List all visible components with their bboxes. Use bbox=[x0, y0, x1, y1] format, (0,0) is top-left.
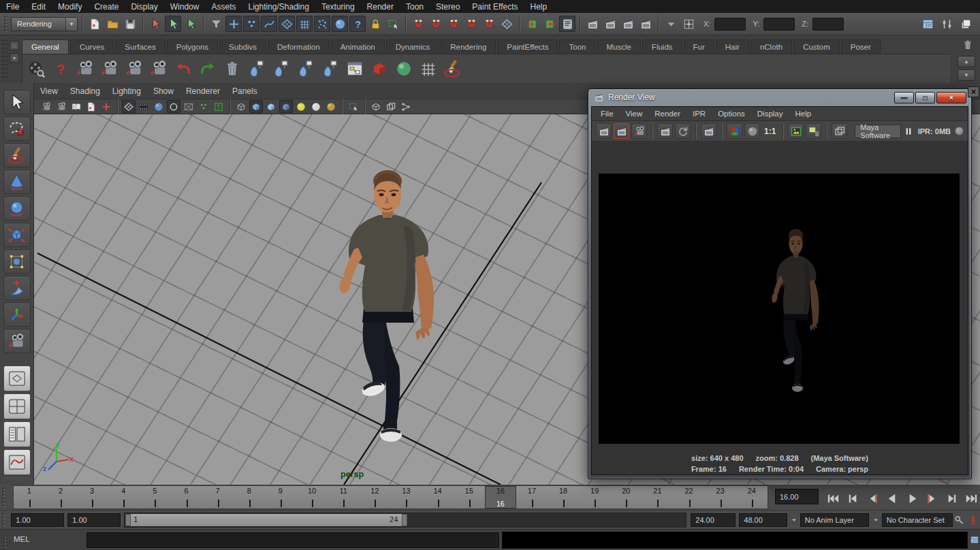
current-time-field[interactable] bbox=[775, 489, 819, 504]
timeline-frame-22[interactable]: 22 bbox=[673, 486, 704, 508]
textured-mode-icon[interactable] bbox=[264, 100, 278, 113]
wireframe-mode-icon[interactable] bbox=[234, 100, 248, 113]
mask-joints-icon[interactable] bbox=[243, 16, 259, 32]
shelf-scroll-down-icon[interactable]: ▼ bbox=[958, 69, 975, 81]
select-camera-icon[interactable] bbox=[39, 100, 53, 113]
new-scene-icon[interactable] bbox=[86, 16, 103, 32]
renderer-dropdown[interactable]: Maya Software bbox=[855, 125, 900, 138]
toolbar-grip[interactable] bbox=[3, 15, 8, 33]
highlight-selection-icon[interactable] bbox=[347, 100, 360, 113]
panel-menu-item[interactable]: Lighting bbox=[106, 86, 147, 96]
lock-selection-icon[interactable] bbox=[367, 16, 383, 32]
playback-start-field[interactable] bbox=[67, 513, 121, 527]
select-object-cube-icon[interactable] bbox=[368, 57, 391, 80]
mask-surfaces-icon[interactable] bbox=[279, 16, 295, 32]
render-view-menu-item[interactable]: Options bbox=[712, 107, 751, 120]
pause-ipr-icon[interactable] bbox=[903, 124, 914, 139]
two-sided-lighting-icon[interactable] bbox=[324, 100, 338, 113]
select-shaded-sphere-icon[interactable] bbox=[392, 57, 415, 80]
range-grip[interactable] bbox=[1, 513, 5, 528]
paint-selection-tool[interactable] bbox=[3, 143, 31, 167]
safe-action-icon[interactable] bbox=[197, 100, 210, 113]
camera-aim-up-icon[interactable] bbox=[123, 57, 146, 80]
layout-four-panes[interactable] bbox=[3, 393, 31, 419]
character-model[interactable] bbox=[331, 167, 443, 447]
timeline-frame-8[interactable]: 8 bbox=[234, 486, 265, 508]
resolution-gate-icon[interactable] bbox=[152, 100, 165, 113]
display-real-size-icon[interactable] bbox=[788, 123, 804, 139]
close-pane-icon[interactable]: × bbox=[968, 86, 979, 97]
render-view-window[interactable]: Render View — □ × FileViewRenderIPROptio… bbox=[588, 88, 972, 479]
timeline-frame-7[interactable]: 7 bbox=[202, 486, 234, 508]
image-plane-icon[interactable] bbox=[84, 100, 98, 113]
show-manipulator-tool[interactable] bbox=[3, 302, 31, 327]
menu-item[interactable]: Assets bbox=[205, 2, 242, 12]
save-scene-icon[interactable] bbox=[122, 16, 138, 32]
universal-manipulator-tool[interactable] bbox=[3, 249, 31, 274]
shelf-tab[interactable]: General bbox=[22, 39, 69, 54]
gate-mask-icon[interactable] bbox=[167, 100, 180, 113]
soft-modification-tool[interactable] bbox=[3, 276, 31, 300]
alpha-channel-icon[interactable] bbox=[744, 123, 760, 139]
timeline-frame-10[interactable]: 10 bbox=[296, 486, 328, 508]
grid-toggle-icon[interactable] bbox=[122, 100, 136, 113]
shelf-tab[interactable]: Muscle bbox=[597, 39, 640, 54]
use-all-lights-icon[interactable] bbox=[279, 100, 293, 113]
remove-image-icon[interactable] bbox=[806, 123, 821, 139]
create-partition-icon[interactable] bbox=[270, 57, 293, 80]
select-tool[interactable] bbox=[3, 90, 31, 114]
render-current-frame-icon[interactable] bbox=[596, 123, 612, 139]
shelf-grip[interactable] bbox=[1, 38, 8, 80]
open-scene-icon[interactable] bbox=[104, 16, 121, 32]
timeline-frame-14[interactable]: 14 bbox=[422, 486, 453, 508]
step-back-key-button[interactable] bbox=[844, 489, 862, 508]
menu-item[interactable]: Edit bbox=[25, 2, 52, 12]
command-result[interactable] bbox=[502, 532, 968, 549]
stereo-camera-icon[interactable] bbox=[147, 57, 170, 80]
timeline-frame-18[interactable]: 18 bbox=[548, 486, 579, 508]
select-lattice-icon[interactable] bbox=[417, 57, 440, 80]
no-lights-icon[interactable] bbox=[309, 100, 323, 113]
shelf-tab[interactable]: Custom bbox=[793, 39, 840, 54]
shelf-tab[interactable]: Dynamics bbox=[386, 39, 439, 54]
x-coord-field[interactable] bbox=[714, 18, 746, 31]
render-settings-icon[interactable] bbox=[637, 16, 654, 32]
output-connections-icon[interactable] bbox=[541, 16, 558, 32]
menu-item[interactable]: Modify bbox=[52, 2, 88, 12]
cluster-icon[interactable] bbox=[319, 57, 342, 80]
menu-item[interactable]: Toon bbox=[400, 2, 430, 12]
mask-rendering-icon[interactable] bbox=[332, 16, 348, 32]
make-live-icon[interactable] bbox=[499, 16, 515, 32]
fcheck-film-reel-icon[interactable] bbox=[25, 57, 48, 80]
timeline-frame-12[interactable]: 12 bbox=[359, 486, 390, 508]
undo-icon[interactable] bbox=[172, 57, 195, 80]
mask-deformations-icon[interactable] bbox=[296, 16, 313, 32]
select-component-icon[interactable] bbox=[183, 16, 199, 32]
safe-title-icon[interactable] bbox=[212, 100, 225, 113]
mask-curves-icon[interactable] bbox=[261, 16, 277, 32]
snap-to-projected-center-icon[interactable] bbox=[463, 16, 479, 32]
ipr-render-icon[interactable] bbox=[620, 16, 636, 32]
menu-item[interactable]: Help bbox=[524, 2, 554, 12]
shelf-tab[interactable]: Surfaces bbox=[115, 39, 165, 54]
range-slider-bar[interactable]: 1 24 bbox=[125, 514, 407, 526]
render-view-menu-item[interactable]: File bbox=[595, 107, 620, 120]
rgb-channels-icon[interactable] bbox=[727, 123, 742, 139]
timeline-frame-9[interactable]: 9 bbox=[265, 486, 296, 508]
shelf-tab[interactable]: Deformation bbox=[268, 39, 330, 54]
y-coord-field[interactable] bbox=[763, 18, 795, 31]
delete-unused-nodes-icon[interactable] bbox=[221, 57, 244, 80]
quick-select-set-icon[interactable] bbox=[294, 57, 317, 80]
shelf-tab[interactable]: PaintEffects bbox=[497, 39, 558, 54]
region-render-icon[interactable] bbox=[701, 123, 716, 139]
timeline-frame-20[interactable]: 20 bbox=[610, 486, 642, 508]
shelf-tab[interactable]: Poser bbox=[841, 39, 881, 54]
auto-keyframe-icon[interactable] bbox=[966, 513, 980, 527]
render-view-menu-item[interactable]: Render bbox=[648, 107, 686, 120]
script-editor-icon[interactable] bbox=[970, 534, 979, 546]
menu-item[interactable]: Texturing bbox=[315, 2, 361, 12]
maximize-button[interactable]: □ bbox=[915, 92, 935, 103]
shelf-tab[interactable]: Toon bbox=[559, 39, 595, 54]
playback-speed-icon[interactable] bbox=[789, 515, 798, 525]
panel-menu-item[interactable]: Show bbox=[147, 86, 180, 96]
